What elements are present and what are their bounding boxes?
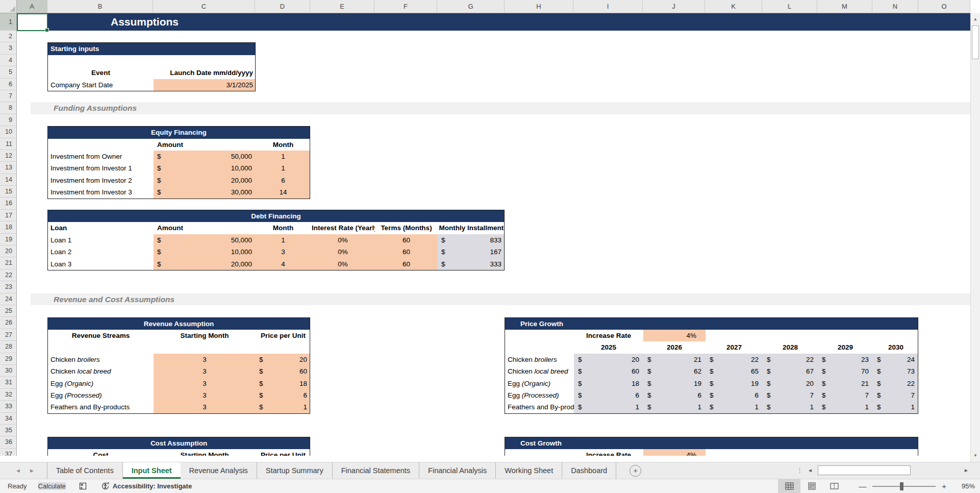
- debt-installment-cell[interactable]: $ 333: [438, 258, 505, 270]
- price-cell[interactable]: $20: [574, 354, 643, 365]
- fill-handle[interactable]: [45, 28, 49, 32]
- column-header[interactable]: K: [705, 0, 762, 13]
- page-break-preview-button[interactable]: [823, 479, 845, 493]
- row-header[interactable]: 36: [0, 436, 17, 448]
- terms-column-header[interactable]: Terms (Months): [375, 222, 438, 234]
- overflow-dots-icon[interactable]: ⋮: [796, 466, 803, 474]
- equity-amount-cell[interactable]: $ 10,000: [154, 162, 256, 174]
- cost-growth-header[interactable]: Cost Growth: [505, 437, 918, 449]
- year-header[interactable]: 2027: [706, 341, 763, 353]
- year-header[interactable]: 2025: [574, 341, 643, 353]
- price-cell[interactable]: $1: [873, 401, 918, 413]
- price-cell[interactable]: $1: [818, 401, 873, 413]
- price-cell[interactable]: $22: [763, 354, 818, 365]
- row-header[interactable]: 25: [0, 305, 17, 317]
- row-header[interactable]: 31: [0, 377, 17, 388]
- blank-cell[interactable]: [505, 449, 574, 456]
- revenue-assumption-header[interactable]: Revenue Assumption: [48, 318, 310, 330]
- revenue-price-cell[interactable]: $ 18: [256, 378, 310, 389]
- column-header[interactable]: D: [255, 0, 310, 13]
- row-header[interactable]: 26: [0, 317, 17, 329]
- equity-row-label[interactable]: Investment from Investor 1: [48, 162, 154, 174]
- macro-record-icon[interactable]: [79, 482, 87, 490]
- zoom-out-icon[interactable]: —: [859, 482, 866, 490]
- price-growth-row-label[interactable]: Chicken local breed: [505, 365, 574, 377]
- price-growth-header[interactable]: Price Growth: [505, 318, 918, 330]
- row-header[interactable]: 35: [0, 425, 17, 436]
- debt-row-label[interactable]: Loan 2: [48, 246, 154, 258]
- row-header[interactable]: 11: [0, 138, 17, 150]
- price-cell[interactable]: $21: [643, 354, 706, 365]
- debt-amount-cell[interactable]: $ 50,000: [154, 234, 256, 246]
- equity-financing-header[interactable]: Equity Financing: [48, 127, 310, 138]
- zoom-percentage[interactable]: 95%: [954, 482, 975, 490]
- row-header[interactable]: 21: [0, 257, 17, 269]
- revenue-row-label[interactable]: Chicken broilers: [48, 354, 154, 365]
- row-header[interactable]: 22: [0, 269, 17, 281]
- price-per-unit-column-header[interactable]: Price per Unit: [256, 449, 310, 456]
- price-cell[interactable]: $60: [574, 365, 643, 377]
- horizontal-scrollbar-thumb[interactable]: [818, 465, 911, 475]
- normal-view-button[interactable]: [778, 479, 800, 493]
- equity-month-cell[interactable]: 14: [256, 186, 310, 198]
- event-column-header[interactable]: Event: [48, 67, 154, 79]
- starting-month-column-header[interactable]: Starting Month: [154, 449, 256, 456]
- loan-column-header[interactable]: Loan: [48, 222, 154, 234]
- row-header[interactable]: 20: [0, 245, 17, 257]
- month-column-header[interactable]: Month: [256, 222, 311, 234]
- equity-row-label[interactable]: Investment from Investor 3: [48, 186, 154, 198]
- row-header[interactable]: 30: [0, 365, 17, 377]
- debt-financing-header[interactable]: Debt Financing: [48, 210, 504, 222]
- row-header[interactable]: 7: [0, 90, 17, 102]
- debt-terms-cell[interactable]: 60: [375, 258, 438, 270]
- amount-column-header[interactable]: Amount: [154, 222, 256, 234]
- sheet-tab[interactable]: Revenue Analysis: [181, 462, 257, 479]
- equity-month-cell[interactable]: 1: [256, 162, 310, 174]
- price-cell[interactable]: $7: [818, 389, 873, 401]
- zoom-slider[interactable]: [872, 486, 936, 487]
- increase-rate-label[interactable]: Increase Rate: [574, 330, 643, 341]
- revenue-month-cell[interactable]: 3: [154, 354, 256, 365]
- column-header[interactable]: E: [310, 0, 374, 13]
- price-cell[interactable]: $70: [818, 365, 873, 377]
- debt-amount-cell[interactable]: $ 10,000: [154, 246, 256, 258]
- debt-terms-cell[interactable]: 60: [375, 234, 438, 246]
- equity-amount-cell[interactable]: $ 20,000: [154, 175, 256, 186]
- row-header[interactable]: 5: [0, 66, 17, 78]
- interest-rate-column-header[interactable]: Interest Rate (Yearly): [311, 222, 375, 234]
- tab-input-sheet[interactable]: Input Sheet: [123, 462, 181, 479]
- vertical-scrollbar-thumb[interactable]: [972, 26, 979, 59]
- page-layout-view-button[interactable]: [800, 479, 823, 493]
- revenue-month-cell[interactable]: 3: [154, 365, 256, 377]
- revenue-price-cell[interactable]: $ 1: [256, 401, 310, 413]
- debt-installment-cell[interactable]: $ 167: [438, 246, 505, 258]
- column-header[interactable]: F: [374, 0, 437, 13]
- zoom-slider-thumb[interactable]: [900, 482, 903, 490]
- sheet-tab[interactable]: Table of Contents: [47, 462, 123, 479]
- monthly-installment-column-header[interactable]: Monthly Installment: [438, 222, 505, 234]
- price-per-unit-column-header[interactable]: Price per Unit: [256, 330, 310, 341]
- price-growth-row-label[interactable]: Feathers and By-products: [505, 401, 574, 413]
- company-start-date-input[interactable]: 3/1/2025: [154, 79, 256, 91]
- row-header[interactable]: 19: [0, 234, 17, 245]
- year-header[interactable]: 2026: [643, 341, 706, 353]
- price-cell[interactable]: $21: [818, 378, 873, 389]
- column-header[interactable]: I: [573, 0, 643, 13]
- funding-assumptions-section[interactable]: Funding Assumptions: [31, 102, 970, 114]
- column-header[interactable]: H: [505, 0, 573, 13]
- year-header[interactable]: 2029: [818, 341, 873, 353]
- status-calculate[interactable]: Calculate: [38, 482, 66, 490]
- revenue-price-cell[interactable]: $ 60: [256, 365, 310, 377]
- select-all-button[interactable]: [0, 0, 17, 13]
- row-header[interactable]: 10: [0, 126, 17, 138]
- equity-month-cell[interactable]: 6: [256, 175, 310, 186]
- row-header[interactable]: 3: [0, 42, 17, 54]
- price-cell[interactable]: $1: [706, 401, 763, 413]
- accessibility-status[interactable]: Accessibility: Investigate: [101, 482, 192, 490]
- equity-amount-cell[interactable]: $ 50,000: [154, 151, 256, 162]
- price-cell[interactable]: $18: [574, 378, 643, 389]
- price-cell[interactable]: $6: [574, 389, 643, 401]
- starting-month-column-header[interactable]: Starting Month: [154, 330, 256, 341]
- column-header[interactable]: C: [153, 0, 255, 13]
- row-header[interactable]: 18: [0, 221, 17, 233]
